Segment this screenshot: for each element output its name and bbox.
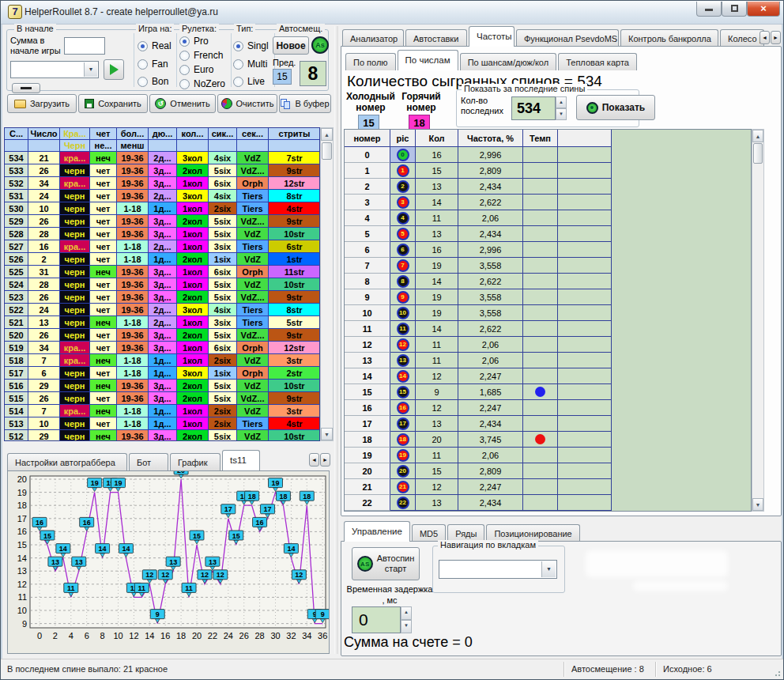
freq-cell[interactable] bbox=[523, 242, 558, 258]
history-cell[interactable]: 2д... bbox=[149, 304, 177, 316]
history-cell[interactable]: VdZ bbox=[237, 380, 269, 392]
freq-cell[interactable]: 2,434 bbox=[458, 416, 523, 432]
history-cell[interactable]: 2six bbox=[209, 202, 237, 215]
history-cell[interactable]: 1кол bbox=[177, 202, 209, 215]
freq-cell[interactable] bbox=[523, 179, 558, 195]
right-tab-5[interactable]: Колесо рулет bbox=[720, 29, 764, 47]
freq-cell[interactable] bbox=[558, 305, 612, 321]
history-cell[interactable]: 4six bbox=[209, 190, 237, 202]
freq-cell[interactable]: 16 bbox=[390, 400, 416, 416]
history-cell[interactable]: 5six bbox=[209, 380, 237, 392]
history-combobox[interactable]: ▼ bbox=[10, 61, 99, 78]
freq-cell[interactable]: 2,996 bbox=[458, 147, 523, 163]
history-cell[interactable]: 3д... bbox=[149, 430, 177, 441]
freq-cell[interactable]: 2,06 bbox=[458, 210, 523, 226]
history-cell[interactable]: 5str bbox=[269, 316, 320, 329]
freq-cell[interactable]: 13 bbox=[416, 416, 458, 432]
freq-number-cell[interactable]: 8 bbox=[345, 274, 390, 289]
freq-cell[interactable]: 17 bbox=[390, 416, 416, 432]
freq-cell[interactable] bbox=[558, 163, 612, 179]
history-cell[interactable]: 19-36 bbox=[117, 304, 149, 316]
scroll-up-icon[interactable]: ▲ bbox=[752, 130, 763, 142]
autospin-start-button[interactable]: AS Автоспинстарт bbox=[352, 547, 420, 580]
history-cell[interactable]: кра... bbox=[60, 152, 90, 164]
history-cell[interactable]: чет bbox=[90, 329, 117, 342]
history-cell[interactable]: Tiers bbox=[237, 202, 269, 215]
freq-cell[interactable]: 18 bbox=[390, 432, 416, 448]
freq-cell[interactable]: 11 bbox=[416, 448, 458, 463]
freq-cell[interactable] bbox=[523, 432, 558, 448]
history-cell[interactable]: 1-18 bbox=[117, 253, 149, 266]
history-scrollbar[interactable]: ▲ ▼ bbox=[320, 127, 334, 441]
history-cell[interactable]: 6six bbox=[209, 342, 237, 354]
freq-row[interactable]: 77193,558 bbox=[345, 258, 751, 274]
freq-cell[interactable]: 9 bbox=[416, 384, 458, 400]
history-cell[interactable]: 2кол bbox=[177, 329, 209, 342]
freq-cell[interactable] bbox=[523, 337, 558, 353]
history-cell[interactable]: 3д... bbox=[149, 380, 177, 392]
freq-cell[interactable] bbox=[523, 210, 558, 226]
history-cell[interactable]: 4str bbox=[269, 202, 320, 215]
history-row[interactable]: 52326чернчет19-363д...2кол5sixVdZ...9str bbox=[5, 291, 319, 304]
freq-cell[interactable]: 2,622 bbox=[458, 274, 523, 289]
history-cell[interactable]: 10str bbox=[269, 278, 320, 291]
history-cell[interactable]: 5six bbox=[209, 291, 237, 304]
history-cell[interactable]: 6six bbox=[209, 266, 237, 278]
history-cell[interactable]: 4str bbox=[269, 417, 320, 430]
history-cell[interactable]: 8str bbox=[269, 304, 320, 316]
history-cell[interactable]: 31 bbox=[28, 266, 60, 278]
freq-cell[interactable]: 13 bbox=[390, 353, 416, 368]
freq-cell[interactable]: 14 bbox=[416, 321, 458, 337]
history-cell[interactable]: кра... bbox=[60, 177, 90, 190]
freq-cell[interactable] bbox=[558, 337, 612, 353]
close-button[interactable]: × bbox=[747, 2, 780, 17]
history-row[interactable]: 52113черннеч1-182д...1кол3sixTiers5str bbox=[5, 316, 319, 329]
freq-cell[interactable]: 11 bbox=[416, 353, 458, 368]
history-cell[interactable]: 525 bbox=[5, 266, 28, 278]
minimize-button[interactable] bbox=[696, 2, 722, 17]
freq-cell[interactable]: 3 bbox=[390, 195, 416, 210]
history-cell[interactable]: 10str bbox=[269, 430, 320, 441]
history-cell[interactable]: кра... bbox=[60, 240, 90, 253]
chart-tab-1[interactable]: Бот bbox=[129, 453, 168, 470]
history-cell[interactable]: 10 bbox=[28, 202, 60, 215]
history-cell[interactable]: 9str bbox=[269, 164, 320, 177]
history-cell[interactable]: 26 bbox=[28, 215, 60, 228]
radio-fan[interactable]: Fan bbox=[138, 59, 168, 70]
history-cell[interactable]: 12str bbox=[269, 177, 320, 190]
freq-cell[interactable]: 1,685 bbox=[458, 384, 523, 400]
history-cell[interactable]: 2кол bbox=[177, 392, 209, 405]
history-cell[interactable]: 34 bbox=[28, 177, 60, 190]
freq-cell[interactable] bbox=[523, 305, 558, 321]
freq-cell[interactable] bbox=[558, 321, 612, 337]
history-cell[interactable]: 3str bbox=[269, 405, 320, 417]
radio-nozero[interactable]: NoZero bbox=[179, 78, 225, 89]
history-cell[interactable]: 516 bbox=[5, 380, 28, 392]
freq-cell[interactable]: 14 bbox=[416, 195, 458, 210]
history-cell[interactable]: 9str bbox=[269, 291, 320, 304]
history-cell[interactable]: 1д... bbox=[149, 367, 177, 380]
freq-number-cell[interactable]: 7 bbox=[345, 258, 390, 274]
history-cell[interactable]: кра... bbox=[60, 342, 90, 354]
history-cell[interactable]: 9str bbox=[269, 392, 320, 405]
history-cell[interactable]: 3д... bbox=[149, 342, 177, 354]
history-cell[interactable]: черн bbox=[60, 253, 90, 266]
freq-cell[interactable] bbox=[558, 289, 612, 305]
freq-cell[interactable]: 2,809 bbox=[458, 463, 523, 479]
history-cell[interactable]: 1д... bbox=[149, 354, 177, 367]
splitter[interactable] bbox=[334, 26, 338, 654]
history-cell[interactable]: 9str bbox=[269, 329, 320, 342]
history-cell[interactable]: 1д... bbox=[149, 417, 177, 430]
freq-cell[interactable]: 7 bbox=[390, 258, 416, 274]
right-tab-3[interactable]: Функционал PsevdoMS bbox=[516, 29, 619, 47]
history-cell[interactable]: VdZ bbox=[237, 278, 269, 291]
history-cell[interactable]: неч bbox=[90, 316, 117, 329]
history-cell[interactable]: 3д... bbox=[149, 291, 177, 304]
freq-cell[interactable] bbox=[558, 147, 612, 163]
radio-real[interactable]: Real bbox=[138, 40, 172, 51]
freq-cell[interactable]: 3,558 bbox=[458, 305, 523, 321]
freq-cell[interactable]: 19 bbox=[416, 289, 458, 305]
history-cell[interactable]: чет bbox=[90, 367, 117, 380]
freq-cell[interactable]: 12 bbox=[416, 400, 458, 416]
history-cell[interactable]: 21 bbox=[28, 152, 60, 164]
